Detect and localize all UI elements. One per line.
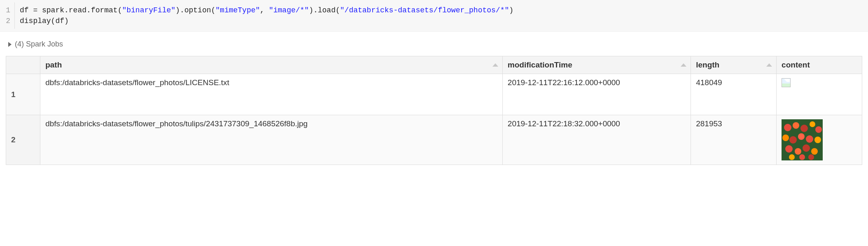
expand-triangle-icon	[8, 42, 12, 47]
row-index: 1	[6, 74, 40, 115]
spark-jobs-label: (4) Spark Jobs	[15, 40, 63, 49]
svg-point-13	[803, 144, 810, 152]
svg-point-15	[799, 154, 805, 160]
row-index: 2	[6, 115, 40, 165]
cell-content	[777, 115, 862, 165]
column-header-modification-time[interactable]: modificationTime	[502, 56, 691, 74]
svg-point-5	[815, 126, 822, 133]
svg-point-2	[793, 122, 799, 129]
sort-asc-icon	[492, 63, 498, 67]
svg-point-3	[800, 125, 808, 132]
code-line-2: display(df)	[20, 17, 69, 25]
svg-point-7	[789, 136, 797, 144]
sort-asc-icon	[681, 63, 686, 67]
spark-jobs-toggle[interactable]: (4) Spark Jobs	[0, 32, 868, 56]
cell-modification-time: 2019-12-11T22:16:12.000+0000	[502, 74, 691, 115]
results-table: path modificationTime length content 1	[6, 56, 862, 165]
table-row[interactable]: 2 dbfs:/databricks-datasets/flower_photo…	[6, 115, 862, 165]
svg-point-1	[784, 124, 791, 131]
svg-point-10	[814, 137, 821, 143]
svg-point-8	[798, 133, 805, 140]
svg-point-12	[795, 148, 801, 155]
image-thumbnail	[782, 119, 823, 160]
svg-point-4	[810, 121, 815, 127]
index-header	[6, 56, 40, 74]
table-row[interactable]: 1 dbfs:/databricks-datasets/flower_photo…	[6, 74, 862, 115]
code-cell[interactable]: 1 2 df = spark.read.format("binaryFile")…	[0, 0, 868, 32]
broken-image-icon	[782, 78, 791, 87]
line-number: 2	[6, 16, 10, 26]
results-table-wrap: path modificationTime length content 1	[0, 56, 868, 168]
column-header-content[interactable]: content	[777, 56, 862, 74]
cell-path: dbfs:/databricks-datasets/flower_photos/…	[40, 115, 503, 165]
svg-point-11	[785, 145, 793, 153]
code-editor[interactable]: df = spark.read.format("binaryFile").opt…	[15, 2, 518, 29]
column-header-path[interactable]: path	[40, 56, 503, 74]
sort-asc-icon	[766, 63, 772, 67]
line-gutter: 1 2	[0, 2, 15, 29]
column-header-length[interactable]: length	[691, 56, 777, 74]
cell-length: 418049	[691, 74, 777, 115]
cell-length: 281953	[691, 115, 777, 165]
svg-point-14	[811, 148, 818, 155]
cell-path: dbfs:/databricks-datasets/flower_photos/…	[40, 74, 503, 115]
svg-point-16	[789, 154, 795, 160]
code-line-1: df = spark.read.format("binaryFile").opt…	[20, 6, 513, 14]
line-number: 1	[6, 5, 10, 16]
table-header-row: path modificationTime length content	[6, 56, 862, 74]
cell-content	[777, 74, 862, 115]
cell-modification-time: 2019-12-11T22:18:32.000+0000	[502, 115, 691, 165]
svg-point-17	[808, 154, 814, 160]
svg-point-9	[806, 135, 813, 143]
svg-point-6	[782, 135, 789, 141]
